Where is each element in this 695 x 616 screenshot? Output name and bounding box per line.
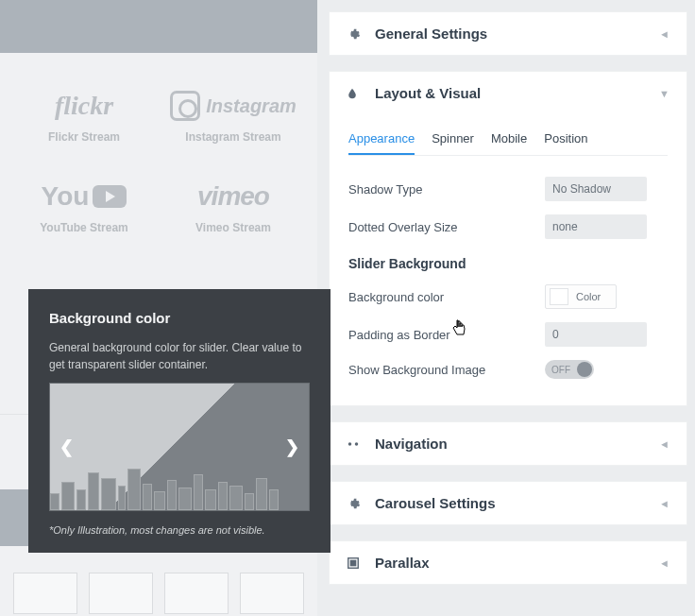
accordion-title: Carousel Settings [375,495,659,511]
vimeo-logo: vimeo [159,178,308,215]
chevron-left-icon: ◄ [659,438,670,450]
row-show-bg-image: Show Background Image OFF [348,360,668,379]
tab-appearance[interactable]: Appearance [348,131,415,155]
select-shadow-type[interactable]: No Shadow [545,177,647,201]
row-background-color: Background color Color [348,284,668,309]
thumbnail[interactable] [164,573,229,614]
thumbnail[interactable] [89,573,153,614]
camera-icon [170,91,200,121]
chevron-left-icon: ◄ [659,557,670,569]
input-padding-border[interactable] [545,322,647,347]
stream-grid: flickr Flickr Stream Instagram Instagram… [0,57,317,276]
toggle-knob [577,362,592,377]
accordion-general[interactable]: General Settings ◄ [329,11,687,56]
color-button-label: Color [572,291,604,302]
settings-panel: General Settings ◄ Layout & Visual ▼ App… [329,0,687,616]
accordion-title: General Settings [375,26,659,42]
stream-instagram[interactable]: Instagram Instagram Stream [159,76,308,166]
flickr-label: Flickr Stream [9,130,159,144]
row-padding-border: Padding as Border [348,322,668,347]
thumbnail[interactable] [240,573,304,614]
youtube-label: YouTube Stream [9,221,159,234]
tab-position[interactable]: Position [544,131,587,155]
layers-icon [347,556,362,571]
tab-mobile[interactable]: Mobile [491,131,527,155]
accordion-title: Parallax [375,555,659,571]
chevron-down-icon: ▼ [659,88,670,99]
accordion-body: Appearance Spinner Mobile Position Shado… [330,114,687,405]
accordion-layout-header[interactable]: Layout & Visual ▼ [330,72,687,114]
gear-icon [347,496,362,511]
thumbnail[interactable] [13,573,77,614]
tooltip: Background color General background colo… [28,289,331,553]
label-show-bg-image: Show Background Image [348,363,545,377]
instagram-logo: Instagram [159,87,308,125]
tab-spinner[interactable]: Spinner [432,131,474,155]
skyline-graphic [50,467,309,510]
toggle-off-label: OFF [551,365,570,375]
accordion-layout: Layout & Visual ▼ Appearance Spinner Mob… [329,71,687,406]
tabs: Appearance Spinner Mobile Position [348,131,668,156]
row-shadow-type: Shadow Type No Shadow [348,177,668,201]
label-overlay-size: Dotted Overlay Size [348,220,545,234]
tooltip-title: Background color [49,310,310,326]
flickr-logo: flickr [9,87,159,125]
label-shadow-type: Shadow Type [348,182,545,197]
play-icon [93,185,127,208]
tooltip-description: General background color for slider. Cle… [49,339,310,373]
chevron-left-icon: ◄ [659,498,670,509]
stream-youtube[interactable]: You YouTube Stream [9,166,159,257]
accordion-carousel[interactable]: Carousel Settings ◄ [329,481,687,525]
gear-icon [347,26,362,42]
instagram-label: Instagram Stream [159,130,308,144]
color-swatch [550,288,568,305]
tooltip-note: *Only Illustration, most changes are not… [49,524,310,536]
label-padding-border: Padding as Border [348,328,545,342]
dots-icon [347,436,362,452]
color-picker[interactable]: Color [545,284,617,309]
accordion-parallax[interactable]: Parallax ◄ [329,540,687,585]
tooltip-illustration: ❮ ❯ [49,383,310,511]
vimeo-label: Vimeo Stream [159,221,308,234]
accordion-title: Navigation [375,436,659,452]
label-background-color: Background color [348,290,545,304]
svg-point-1 [355,442,359,446]
accordion-title: Layout & Visual [375,85,659,101]
chevron-left-icon: ◄ [659,28,670,40]
droplet-icon [347,86,362,101]
accordion-navigation[interactable]: Navigation ◄ [329,421,687,466]
select-overlay-size[interactable]: none [545,214,647,239]
section-slider-background: Slider Background [348,256,668,271]
svg-point-0 [348,442,352,446]
youtube-logo: You [9,178,159,215]
stream-vimeo[interactable]: vimeo Vimeo Stream [159,166,308,257]
left-header-bar [0,0,317,53]
chevron-right-icon: ❯ [285,436,299,457]
toggle-show-bg-image[interactable]: OFF [545,360,594,379]
svg-rect-3 [350,560,355,565]
row-overlay-size: Dotted Overlay Size none [348,214,668,239]
chevron-left-icon: ❮ [59,436,74,457]
stream-flickr[interactable]: flickr Flickr Stream [9,76,159,166]
thumbnail-row [0,567,317,616]
